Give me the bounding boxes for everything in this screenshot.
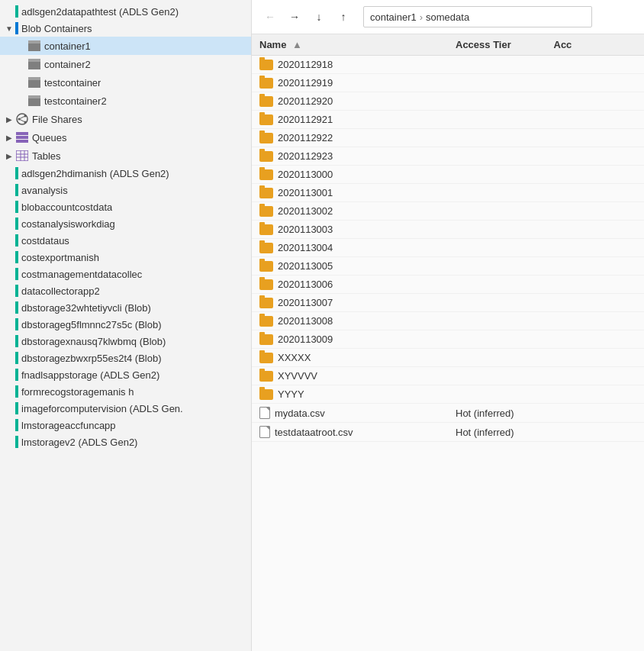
- table-row[interactable]: 2020113005: [252, 257, 644, 276]
- file-name-label: 2020113005: [278, 260, 333, 272]
- remaining-accounts: adlsgen2hdimanish (ADLS Gen2) avanalysis…: [0, 165, 251, 450]
- sidebar-item-label: dbstorage32whtetiyvcli (Blob): [21, 302, 151, 314]
- table-row[interactable]: 2020113006: [252, 276, 644, 294]
- cell-acc: [546, 239, 645, 257]
- table-row[interactable]: 2020112920: [252, 92, 644, 111]
- tables-icon: [15, 149, 29, 163]
- table-row[interactable]: 2020113001: [252, 184, 644, 202]
- table-row[interactable]: testdataatroot.csv Hot (inferred): [252, 423, 644, 442]
- sidebar-item-testcontainer[interactable]: testcontainer: [0, 73, 251, 92]
- cell-tier: [448, 202, 546, 221]
- file-name-label: 2020112919: [278, 77, 333, 89]
- storage-color-bar: [15, 268, 18, 280]
- column-header-name[interactable]: Name ▲: [252, 34, 448, 56]
- cell-acc: [546, 276, 645, 294]
- table-row[interactable]: 2020113002: [252, 202, 644, 221]
- sidebar-item-costanalysisworkdiag[interactable]: costanalysisworkdiag: [0, 215, 251, 232]
- sidebar-item-blob-containers[interactable]: ▼ Blob Containers: [0, 20, 251, 37]
- cell-acc: [546, 92, 645, 111]
- sidebar-item-tables[interactable]: ▶ Tables: [0, 147, 251, 165]
- cell-acc: [546, 312, 645, 330]
- forward-button[interactable]: →: [284, 6, 305, 27]
- cell-acc: [546, 367, 645, 385]
- sidebar-item-imageforcomputervision[interactable]: imageforcomputervision (ADLS Gen.: [0, 400, 251, 417]
- folder-icon: [259, 371, 273, 382]
- storage-color-bar: [15, 285, 18, 297]
- sidebar-item-label: datacollectorapp2: [21, 285, 100, 297]
- sidebar-item-dbstoragezbwxrp55es2t4[interactable]: dbstoragezbwxrp55es2t4 (Blob): [0, 350, 251, 366]
- table-row[interactable]: 2020113007: [252, 294, 644, 312]
- table-row[interactable]: XXXXX: [252, 349, 644, 367]
- file-name-label: 2020113007: [278, 297, 333, 308]
- column-header-tier[interactable]: Access Tier: [448, 34, 546, 56]
- file-name-label: 2020113003: [278, 224, 333, 235]
- file-name-label: XXXXX: [278, 352, 311, 363]
- folder-icon: [259, 279, 273, 290]
- table-row[interactable]: 2020112918: [252, 56, 644, 74]
- storage-color-bar: [15, 234, 18, 247]
- cell-name: 2020112921: [252, 111, 448, 129]
- table-row[interactable]: 2020112923: [252, 147, 644, 166]
- sidebar-item-container2[interactable]: container2: [0, 55, 251, 73]
- sidebar-item-dbstorageg5flmnnc27s5c[interactable]: dbstorageg5flmnnc27s5c (Blob): [0, 316, 251, 333]
- sidebar-item-testcontainer2[interactable]: testcontainer2: [0, 92, 251, 110]
- file-name-label: 2020112920: [278, 95, 333, 107]
- sidebar-item-lmstoragev2[interactable]: lmstoragev2 (ADLS Gen2): [0, 433, 251, 450]
- table-row[interactable]: 2020113004: [252, 239, 644, 257]
- container-icon: [27, 39, 41, 53]
- table-row[interactable]: 2020112921: [252, 111, 644, 129]
- cell-name: YYYY: [252, 385, 448, 404]
- breadcrumb-separator: ›: [420, 11, 423, 23]
- sidebar-item-file-shares[interactable]: ▶ File Shares: [0, 110, 251, 128]
- sidebar-item-formrecogstorage[interactable]: formrecogstoragemanis h: [0, 383, 251, 400]
- column-header-acc[interactable]: Acc: [546, 34, 645, 56]
- sidebar-item-costdataus[interactable]: costdataus: [0, 232, 251, 249]
- svg-rect-1: [28, 40, 40, 44]
- file-tbody: 2020112918 2020112919 2020112920: [252, 56, 644, 442]
- sidebar-item-label: adlsgen2datapathtest (ADLS Gen2): [21, 6, 179, 18]
- sidebar-item-datacollectorapp2[interactable]: datacollectorapp2: [0, 282, 251, 299]
- folder-icon: [259, 206, 273, 217]
- table-row[interactable]: 2020112922: [252, 129, 644, 147]
- container-icon: [27, 94, 41, 108]
- down-button[interactable]: ↓: [308, 6, 330, 27]
- back-button[interactable]: ←: [259, 6, 281, 27]
- sidebar-item-label: lmstoragev2 (ADLS Gen2): [21, 437, 137, 448]
- sidebar-item-dbstoragexnausq7klwbmq[interactable]: dbstoragexnausq7klwbmq (Blob): [0, 333, 251, 350]
- sidebar-item-lmstorageaccfuncapp[interactable]: lmstorageaccfuncapp: [0, 417, 251, 433]
- file-name-label: 2020112921: [278, 114, 333, 125]
- folder-icon: [259, 224, 273, 235]
- table-row[interactable]: 2020113003: [252, 221, 644, 239]
- folder-icon: [259, 78, 273, 89]
- sidebar-item-label: dbstoragexnausq7klwbmq (Blob): [21, 336, 166, 347]
- sidebar-item-container1[interactable]: container1: [0, 37, 251, 55]
- storage-color-bar: [15, 167, 18, 179]
- sidebar-item-adlsgen2datapathtest[interactable]: adlsgen2datapathtest (ADLS Gen2): [0, 3, 251, 20]
- table-row[interactable]: XYVVVV: [252, 367, 644, 385]
- up-button[interactable]: ↑: [333, 6, 354, 27]
- table-row[interactable]: 2020113009: [252, 330, 644, 349]
- table-row[interactable]: 2020113000: [252, 166, 644, 184]
- sidebar-item-avanalysis[interactable]: avanalysis: [0, 182, 251, 198]
- file-name-label: 2020112923: [278, 150, 333, 162]
- sidebar-item-dbstorage32whtetiyvcli[interactable]: dbstorage32whtetiyvcli (Blob): [0, 299, 251, 316]
- sidebar-item-costexportmanish[interactable]: costexportmanish: [0, 249, 251, 266]
- sidebar-item-adlsgen2hdimanish[interactable]: adlsgen2hdimanish (ADLS Gen2): [0, 165, 251, 182]
- cell-tier: [448, 56, 546, 74]
- svg-rect-16: [16, 140, 28, 143]
- sidebar-item-queues[interactable]: ▶ Queues: [0, 128, 251, 147]
- cell-acc: [546, 423, 645, 442]
- svg-rect-17: [16, 150, 28, 161]
- table-row[interactable]: YYYY: [252, 385, 644, 404]
- sidebar-item-fnadlsappstorage[interactable]: fnadlsappstorage (ADLS Gen2): [0, 366, 251, 383]
- folder-icon: [259, 133, 273, 143]
- table-row[interactable]: 2020112919: [252, 74, 644, 92]
- sidebar-item-blobaccountcostdata[interactable]: blobaccountcostdata: [0, 198, 251, 215]
- queues-icon: [15, 131, 29, 144]
- table-row[interactable]: mydata.csv Hot (inferred): [252, 404, 644, 423]
- cell-acc: [546, 349, 645, 367]
- table-row[interactable]: 2020113008: [252, 312, 644, 330]
- cell-name: XXXXX: [252, 349, 448, 367]
- expand-icon: ▶: [3, 134, 15, 142]
- sidebar-item-costmanagementdatacollec[interactable]: costmanagementdatacollec: [0, 266, 251, 282]
